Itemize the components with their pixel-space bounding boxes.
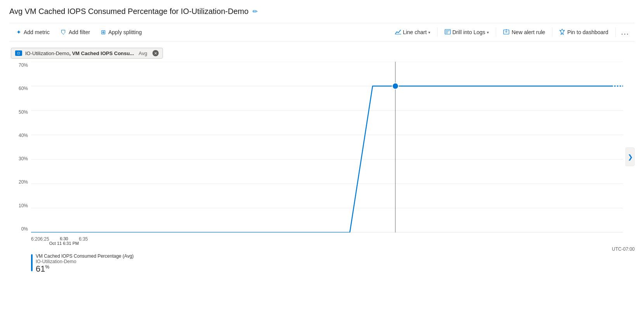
y-axis-labels: 70% 60% 50% 40% 30% 20% 10% 0% bbox=[9, 62, 29, 232]
edit-icon[interactable]: ✏ bbox=[253, 8, 258, 15]
apply-splitting-label: Apply splitting bbox=[108, 29, 142, 35]
x-axis-labels: 6:20 6:25 6:30 Oct 11 6:31 PM 6:35 bbox=[31, 236, 623, 246]
metric-tag-avg: Avg bbox=[138, 50, 147, 56]
legend-series-name: VM Cached IOPS Consumed Percentage (Avg) bbox=[36, 253, 134, 259]
toolbar-left: ✦ Add metric ⛉ Add filter ⊞ Apply splitt… bbox=[11, 24, 390, 40]
toolbar-divider-2 bbox=[496, 28, 496, 37]
y-label-20: 20% bbox=[19, 179, 28, 185]
add-metric-label: Add metric bbox=[24, 29, 50, 35]
alert-rule-icon bbox=[503, 29, 509, 36]
apply-splitting-icon: ⊞ bbox=[101, 29, 106, 36]
legend-area: VM Cached IOPS Consumed Percentage (Avg)… bbox=[9, 253, 635, 274]
apply-splitting-button[interactable]: ⊞ Apply splitting bbox=[95, 24, 147, 40]
toolbar-right: Line chart ▾ Drill into Logs ▾ bbox=[390, 24, 633, 40]
metric-tag-area: ⊡ IO-Utilization-Demo, VM Cached IOPS Co… bbox=[9, 48, 635, 59]
x-label-630: 6:30 bbox=[60, 236, 68, 241]
metric-name: VM Cached IOPS Consu... bbox=[72, 50, 134, 56]
utc-label: UTC-07:00 bbox=[612, 246, 635, 252]
chart-svg-area[interactable] bbox=[31, 62, 623, 232]
drill-into-logs-button[interactable]: Drill into Logs ▾ bbox=[439, 24, 494, 40]
add-filter-label: Add filter bbox=[69, 29, 90, 35]
toolbar: ✦ Add metric ⛉ Add filter ⊞ Apply splitt… bbox=[9, 23, 635, 42]
pin-icon bbox=[559, 29, 565, 36]
x-label-625: 6:25 bbox=[40, 236, 49, 242]
more-options-button[interactable]: ... bbox=[617, 24, 633, 40]
legend-value: 61% bbox=[36, 264, 134, 274]
y-label-40: 40% bbox=[19, 133, 28, 138]
toolbar-divider-3 bbox=[552, 28, 552, 37]
y-label-30: 30% bbox=[19, 156, 28, 161]
add-filter-icon: ⛉ bbox=[61, 29, 66, 36]
y-label-50: 50% bbox=[19, 109, 28, 115]
x-label-tooltip-time: Oct 11 6:31 PM bbox=[49, 241, 79, 246]
add-filter-button[interactable]: ⛉ Add filter bbox=[55, 24, 95, 40]
drill-into-logs-label: Drill into Logs bbox=[452, 29, 485, 35]
add-metric-button[interactable]: ✦ Add metric bbox=[11, 24, 55, 40]
y-label-0: 0% bbox=[21, 226, 28, 232]
drill-dropdown-arrow: ▾ bbox=[487, 30, 489, 35]
drill-logs-icon bbox=[445, 29, 451, 36]
title-row: Avg VM Cached IOPS Consumed Percentage f… bbox=[9, 7, 635, 16]
expand-icon: ❯ bbox=[628, 153, 633, 161]
main-page: Avg VM Cached IOPS Consumed Percentage f… bbox=[0, 0, 644, 319]
line-chart-icon bbox=[395, 29, 401, 36]
new-alert-rule-label: New alert rule bbox=[512, 29, 545, 35]
line-chart-button[interactable]: Line chart ▾ bbox=[390, 24, 435, 40]
legend-value-unit: % bbox=[45, 264, 49, 270]
new-alert-rule-button[interactable]: New alert rule bbox=[498, 24, 551, 40]
y-label-60: 60% bbox=[19, 86, 28, 91]
chart-container: 70% 60% 50% 40% 30% 20% 10% 0% bbox=[9, 62, 635, 252]
pin-to-dashboard-label: Pin to dashboard bbox=[567, 29, 608, 35]
y-label-70: 70% bbox=[19, 62, 28, 68]
line-chart-label: Line chart bbox=[403, 29, 426, 35]
legend-value-number: 61 bbox=[36, 264, 45, 274]
x-label-635: 6:35 bbox=[79, 236, 88, 242]
toolbar-divider-4 bbox=[615, 28, 616, 37]
pin-to-dashboard-button[interactable]: Pin to dashboard bbox=[554, 24, 614, 40]
line-chart-dropdown-arrow: ▾ bbox=[428, 30, 430, 35]
page-title: Avg VM Cached IOPS Consumed Percentage f… bbox=[9, 7, 249, 16]
vm-name: IO-Utilization-Demo bbox=[25, 50, 69, 56]
x-label-620: 6:20 bbox=[31, 236, 40, 242]
expand-chart-button[interactable]: ❯ bbox=[625, 147, 635, 166]
legend-text: VM Cached IOPS Consumed Percentage (Avg)… bbox=[36, 253, 134, 274]
x-label-631: 6:30 Oct 11 6:31 PM bbox=[49, 236, 79, 246]
metric-tag-close-button[interactable]: ✕ bbox=[152, 50, 159, 56]
vm-icon: ⊡ bbox=[15, 50, 22, 56]
legend-item: VM Cached IOPS Consumed Percentage (Avg)… bbox=[31, 253, 635, 274]
legend-color-bar bbox=[31, 254, 33, 271]
legend-source: IO-Utilization-Demo bbox=[36, 259, 134, 264]
add-metric-icon: ✦ bbox=[16, 29, 21, 36]
y-label-10: 10% bbox=[19, 203, 28, 208]
toolbar-divider-1 bbox=[437, 28, 438, 37]
metric-tag: ⊡ IO-Utilization-Demo, VM Cached IOPS Co… bbox=[11, 48, 163, 59]
chart-svg bbox=[31, 62, 623, 232]
chart-datapoint bbox=[392, 83, 398, 89]
metric-tag-text: IO-Utilization-Demo, VM Cached IOPS Cons… bbox=[25, 50, 134, 56]
more-options-label: ... bbox=[621, 28, 629, 36]
